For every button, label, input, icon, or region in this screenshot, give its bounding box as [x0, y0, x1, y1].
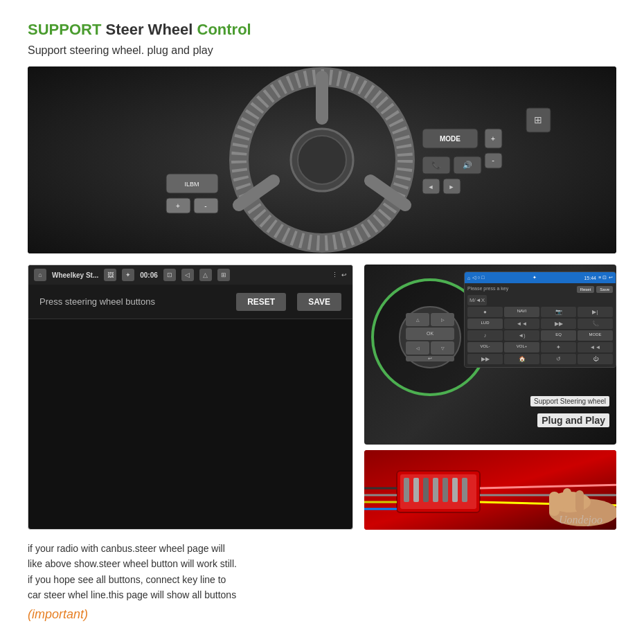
mini-icons: ≡ ⊡ [598, 275, 607, 280]
svg-rect-35 [413, 478, 419, 502]
android-display-area [28, 319, 352, 458]
mini-special-row: M/◄X [467, 295, 613, 305]
mini-key-back2: ◄) [504, 330, 539, 341]
mini-reset-btn: Reset [577, 286, 595, 293]
svg-rect-36 [423, 478, 429, 502]
svg-rect-39 [452, 478, 458, 502]
plug-play-label: Plug and Play [537, 413, 609, 427]
mini-key-navi: NAVI [504, 307, 539, 317]
svg-rect-34 [404, 478, 409, 502]
mini-button-row: Please press a key Reset Save [467, 286, 613, 293]
mini-key-phone: 📞 [578, 319, 613, 329]
svg-text:-: - [204, 202, 206, 210]
mini-bt: ✦ [487, 275, 582, 280]
mini-key-power: ⏻ [578, 354, 613, 364]
svg-point-8 [298, 136, 346, 184]
mini-key-music: ♪ [467, 330, 503, 341]
title-support: SUPPORT [28, 21, 101, 38]
composite-image: △ ▷ OK ◁ ▽ ↩ ⌂ ◁ ○ □ ✦ [364, 265, 616, 445]
svg-rect-40 [462, 478, 467, 502]
desc-line3: if you hope see all buttons, connect key… [28, 574, 226, 585]
mini-key-rotate: ↺ [541, 354, 576, 364]
mini-key-mode: MODE [578, 330, 613, 341]
mini-status-bar: ⌂ ◁ ○ □ ✦ 15:44 ≡ ⊡ ↩ [465, 272, 616, 283]
svg-rect-50 [549, 492, 560, 516]
support-steering-label: Support Steering wheel [530, 396, 609, 406]
android-status-bar: ⌂ Wheelkey St... 🖼 ✦ 00:06 ⊡ ◁ △ ⊞ ⋮ ↩ [28, 265, 352, 285]
mini-key-fwd2: ▶▶ [467, 354, 503, 364]
app-title: Wheelkey St... [52, 271, 98, 279]
sw-btn-left: ◁ [406, 341, 429, 355]
right-panel: △ ▷ OK ◁ ▽ ↩ ⌂ ◁ ○ □ ✦ [364, 265, 616, 530]
mini-key-bt: ✦ [541, 342, 576, 352]
svg-rect-37 [433, 478, 438, 502]
sw-btn-back: ↩ [406, 356, 454, 361]
mini-key-volminus: VOL- [467, 342, 503, 352]
title-control: Control [197, 21, 251, 38]
android-content-area: Press steering wheel buttons RESET SAVE [28, 285, 352, 319]
svg-text:MODE: MODE [440, 135, 460, 143]
screen-icon: ⊞ [217, 269, 230, 281]
mini-nav: ◁ ○ □ [472, 275, 484, 280]
mini-key-home: 🏠 [504, 354, 539, 364]
mini-key-fwd: ▶▶ [541, 319, 576, 329]
svg-text:🔊: 🔊 [463, 160, 472, 170]
svg-text:ILBM: ILBM [184, 181, 199, 188]
mini-press-label: Please press a key [467, 286, 575, 293]
mini-key-eq: EQ [541, 330, 576, 341]
svg-rect-52 [575, 490, 584, 512]
sw-btn-down: ▽ [431, 341, 454, 355]
mini-key-mute: M/◄X [467, 295, 487, 305]
description-section: if your radio with canbus.steer wheel pa… [28, 541, 237, 622]
description-text: if your radio with canbus.steer wheel pa… [28, 541, 237, 603]
press-label: Press steering wheel buttons [39, 296, 155, 307]
mini-android-ui: ⌂ ◁ ○ □ ✦ 15:44 ≡ ⊡ ↩ Please press a key… [464, 271, 616, 368]
android-ui-panel: ⌂ Wheelkey St... 🖼 ✦ 00:06 ⊡ ◁ △ ⊞ ⋮ ↩ P… [28, 265, 353, 530]
mini-key-dot: ● [467, 307, 503, 317]
mini-time: 15:44 [584, 276, 596, 280]
desc-line1: if your radio with canbus.steer wheel pa… [28, 543, 225, 554]
mini-key-play: ▶| [578, 307, 613, 317]
svg-text:◄: ◄ [428, 184, 434, 190]
subtitle: Support steering wheel. plug and play [28, 44, 616, 57]
watermark: Uondejoo [559, 514, 602, 526]
desc-line4: car steer whel line.this page will show … [28, 589, 236, 600]
title-steer: Steer Wheel [101, 21, 197, 38]
mini-key-lud: LUD [467, 319, 503, 329]
time-display: 00:06 [140, 271, 158, 279]
save-button[interactable]: SAVE [297, 293, 341, 311]
mini-back: ↩ [609, 275, 613, 280]
mini-key-cam: 📷 [541, 307, 576, 317]
reset-button[interactable]: RESET [236, 293, 286, 311]
svg-text:-: - [492, 156, 494, 164]
steering-wheel-image: ILBM + - MODE + - 📞 🔊 ◄ [28, 66, 616, 253]
important-label: (important) [28, 607, 237, 622]
mini-save-btn: Save [596, 286, 613, 293]
menu-icon: ⋮ [332, 271, 338, 278]
mini-content-area: Please press a key Reset Save M/◄X ● NAV… [465, 283, 616, 367]
mini-key-volplus: VOL+ [504, 342, 539, 352]
sw-btn-ok: OK [406, 328, 454, 341]
sw-btn-right: ▷ [431, 313, 454, 326]
bottom-section: if your radio with canbus.steer wheel pa… [28, 541, 616, 622]
back-icon: ↩ [341, 271, 347, 278]
bluetooth-icon: ✦ [122, 269, 134, 281]
image-icon: 🖼 [104, 269, 116, 281]
svg-rect-51 [563, 488, 571, 512]
svg-rect-38 [442, 478, 448, 502]
svg-text:+: + [491, 134, 495, 143]
mini-key-rew: ◄◄ [504, 319, 539, 329]
home-icon: ⌂ [34, 269, 46, 281]
triangle-icon: △ [199, 269, 212, 281]
desc-line2: like above show.steer wheel button will … [28, 558, 237, 569]
svg-text:⊞: ⊞ [534, 114, 542, 125]
mini-key-rew2: ◄◄ [578, 342, 613, 352]
mini-key-grid: ● NAVI 📷 ▶| LUD ◄◄ ▶▶ 📞 ♪ ◄) EQ MODE [467, 307, 613, 364]
svg-text:📞: 📞 [431, 160, 441, 170]
svg-text:+: + [176, 202, 180, 210]
volume-icon: ◁ [181, 269, 194, 281]
header-title: SUPPORT Steer Wheel Control [28, 21, 616, 39]
mini-home: ⌂ [467, 276, 470, 280]
wiring-image: Uondejoo [364, 450, 616, 530]
svg-text:►: ► [449, 184, 455, 190]
